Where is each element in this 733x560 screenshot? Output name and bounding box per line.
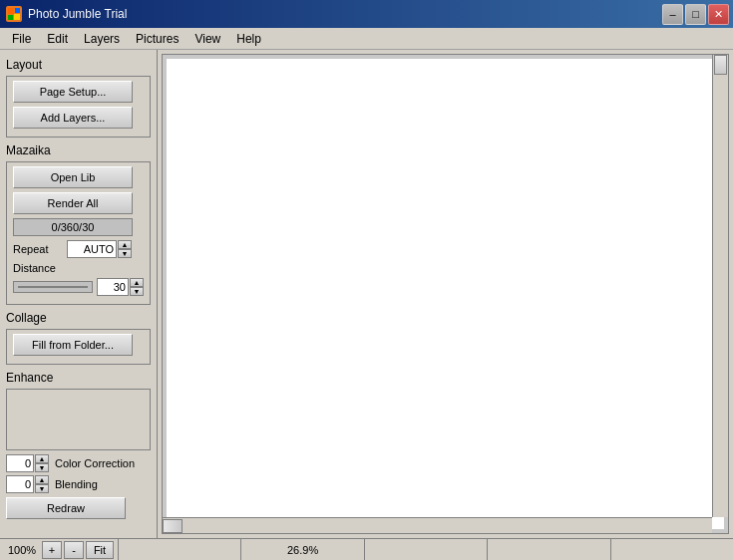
render-all-button[interactable]: Render All — [13, 192, 133, 214]
color-correction-input[interactable] — [6, 454, 34, 472]
svg-rect-0 — [8, 8, 14, 14]
left-panel: Layout Page Setup... Add Layers... Mazai… — [0, 50, 158, 538]
maximize-button[interactable]: □ — [685, 4, 706, 25]
color-correction-buttons: ▲ ▼ — [35, 454, 49, 472]
color-correction-label: Color Correction — [55, 457, 135, 469]
collage-label: Collage — [6, 311, 151, 325]
layout-label: Layout — [6, 58, 151, 72]
page-setup-button[interactable]: Page Setup... — [13, 81, 133, 103]
title-bar: Photo Jumble Trial – □ ✕ — [0, 0, 733, 28]
color-correction-spinner: ▲ ▼ — [6, 454, 49, 472]
distance-down-button[interactable]: ▼ — [130, 287, 144, 296]
blending-buttons: ▲ ▼ — [35, 475, 49, 493]
mazaika-label: Mazaika — [6, 143, 151, 157]
status-percentage: 26.9% — [287, 544, 318, 556]
add-layers-button[interactable]: Add Layers... — [13, 107, 133, 129]
blending-input[interactable] — [6, 475, 34, 493]
enhance-box — [6, 389, 151, 450]
repeat-spinner: ▲ ▼ — [67, 240, 132, 258]
slider-track — [18, 286, 88, 288]
status-section-1 — [119, 539, 241, 561]
app-icon — [6, 6, 22, 22]
blending-label: Blending — [55, 478, 98, 490]
repeat-input[interactable] — [67, 240, 117, 258]
enhance-label: Enhance — [6, 371, 151, 385]
blending-down-button[interactable]: ▼ — [35, 484, 49, 493]
layout-section: Page Setup... Add Layers... — [6, 76, 151, 138]
blending-spinner: ▲ ▼ — [6, 475, 49, 493]
main-container: Layout Page Setup... Add Layers... Mazai… — [0, 50, 733, 538]
mazaika-section: Open Lib Render All 0/360/30 Repeat ▲ ▼ … — [6, 161, 151, 305]
menu-layers[interactable]: Layers — [76, 30, 128, 48]
distance-row: Distance — [13, 262, 144, 274]
minimize-button[interactable]: – — [662, 4, 683, 25]
status-section-2: 26.9% — [241, 539, 364, 561]
distance-spinner: ▲ ▼ — [97, 278, 144, 296]
collage-section: Fill from Folder... — [6, 329, 151, 365]
redraw-button[interactable]: Redraw — [6, 497, 126, 519]
status-section-5 — [611, 539, 733, 561]
zoom-controls: 100% + - Fit — [0, 539, 119, 561]
color-correction-row: ▲ ▼ Color Correction — [6, 454, 151, 472]
fill-from-folder-button[interactable]: Fill from Folder... — [13, 334, 133, 356]
color-correction-down-button[interactable]: ▼ — [35, 463, 49, 472]
svg-rect-2 — [8, 15, 13, 20]
fit-button[interactable]: Fit — [86, 541, 114, 559]
repeat-row: Repeat ▲ ▼ — [13, 240, 144, 258]
app-title: Photo Jumble Trial — [28, 7, 127, 21]
progress-bar: 0/360/30 — [13, 218, 133, 236]
title-bar-left: Photo Jumble Trial — [6, 6, 127, 22]
zoom-plus-button[interactable]: + — [42, 541, 62, 559]
status-section-3 — [365, 539, 488, 561]
repeat-label: Repeat — [13, 243, 63, 255]
zoom-level: 100% — [4, 544, 40, 556]
repeat-down-button[interactable]: ▼ — [118, 249, 132, 258]
close-button[interactable]: ✕ — [708, 4, 729, 25]
menu-bar: File Edit Layers Pictures View Help — [0, 28, 733, 50]
distance-label: Distance — [13, 262, 63, 274]
distance-up-button[interactable]: ▲ — [130, 278, 144, 287]
zoom-minus-button[interactable]: - — [64, 541, 84, 559]
canvas-inner — [167, 59, 724, 529]
distance-spinner-buttons: ▲ ▼ — [130, 278, 144, 296]
menu-help[interactable]: Help — [228, 30, 269, 48]
repeat-spinner-buttons: ▲ ▼ — [118, 240, 132, 258]
distance-input[interactable] — [97, 278, 129, 296]
menu-pictures[interactable]: Pictures — [128, 30, 186, 48]
blending-row: ▲ ▼ Blending — [6, 475, 151, 493]
menu-file[interactable]: File — [4, 30, 39, 48]
distance-slider[interactable] — [13, 281, 93, 293]
canvas-right-scrollbar[interactable] — [712, 55, 728, 517]
status-bar: 100% + - Fit 26.9% — [0, 538, 733, 560]
canvas-area[interactable] — [162, 54, 729, 534]
menu-view[interactable]: View — [186, 30, 228, 48]
svg-rect-1 — [15, 8, 20, 13]
repeat-up-button[interactable]: ▲ — [118, 240, 132, 249]
color-correction-up-button[interactable]: ▲ — [35, 454, 49, 463]
open-lib-button[interactable]: Open Lib — [13, 166, 133, 188]
progress-value: 0/360/30 — [52, 221, 95, 233]
title-buttons: – □ ✕ — [662, 4, 729, 25]
status-section-4 — [488, 539, 610, 561]
status-sections: 26.9% — [119, 539, 733, 561]
canvas-bottom-scrollbar[interactable] — [163, 517, 712, 533]
blending-up-button[interactable]: ▲ — [35, 475, 49, 484]
distance-slider-container: ▲ ▼ — [13, 278, 144, 296]
svg-rect-3 — [14, 14, 20, 20]
menu-edit[interactable]: Edit — [39, 30, 76, 48]
